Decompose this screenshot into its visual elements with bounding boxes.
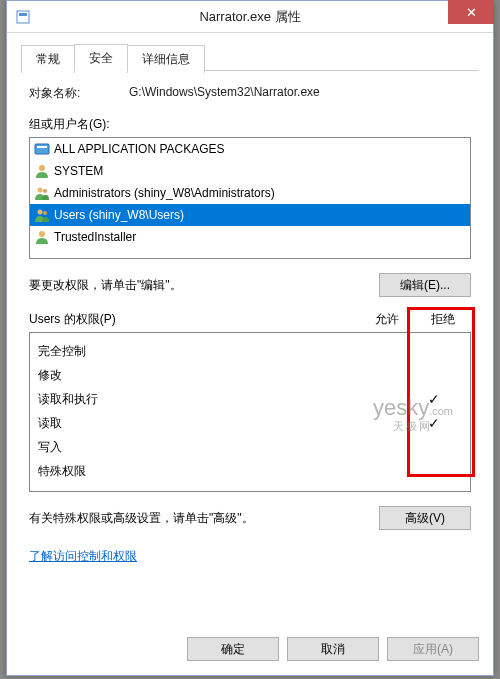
perm-row: 读取和执行 ✓ [38,387,462,411]
package-icon [34,141,50,157]
help-link[interactable]: 了解访问控制和权限 [29,548,137,565]
group-list[interactable]: ALL APPLICATION PACKAGES SYSTEM Administ… [29,137,471,259]
group-item-admins[interactable]: Administrators (shiny_W8\Administrators) [30,182,470,204]
svg-rect-1 [19,13,27,16]
user-icon [34,163,50,179]
tab-details[interactable]: 详细信息 [127,45,205,73]
svg-point-5 [38,188,43,193]
object-name-value: G:\Windows\System32\Narrator.exe [129,85,471,102]
permissions-list: 完全控制 修改 读取和执行 ✓ 读取 [29,332,471,492]
group-item-users[interactable]: Users (shiny_W8\Users) [30,204,470,226]
svg-rect-3 [37,146,47,148]
perm-deny: ✓ [406,415,462,431]
object-name-label: 对象名称: [29,85,129,102]
advanced-hint: 有关特殊权限或高级设置，请单击"高级"。 [29,510,379,527]
perm-name: 修改 [38,367,350,384]
perm-row: 特殊权限 [38,459,462,483]
permissions-header-allow: 允许 [359,311,415,328]
edit-button[interactable]: 编辑(E)... [379,273,471,297]
perm-deny: ✓ [406,391,462,407]
permissions-header-name: Users 的权限(P) [29,311,359,328]
perm-name: 写入 [38,439,350,456]
perm-name: 特殊权限 [38,463,350,480]
svg-point-8 [43,211,47,215]
close-button[interactable]: ✕ [448,0,494,24]
dialog-footer: 确定 取消 应用(A) [7,627,493,675]
group-item-label: ALL APPLICATION PACKAGES [54,142,225,156]
user-icon [34,229,50,245]
group-item-label: Users (shiny_W8\Users) [54,208,184,222]
content-area: 常规 安全 详细信息 对象名称: G:\Windows\System32\Nar… [7,33,493,565]
properties-dialog: Narrator.exe 属性 ✕ 常规 安全 详细信息 对象名称: G:\Wi… [6,0,494,676]
group-item-packages[interactable]: ALL APPLICATION PACKAGES [30,138,470,160]
cancel-button[interactable]: 取消 [287,637,379,661]
group-icon [34,207,50,223]
svg-rect-2 [35,144,49,154]
permissions-section: Users 的权限(P) 允许 拒绝 完全控制 修改 [29,311,471,492]
perm-row: 写入 [38,435,462,459]
perm-row: 完全控制 [38,339,462,363]
titlebar: Narrator.exe 属性 ✕ [7,1,493,33]
tab-general[interactable]: 常规 [21,45,75,73]
group-item-label: TrustedInstaller [54,230,136,244]
group-item-system[interactable]: SYSTEM [30,160,470,182]
tab-security[interactable]: 安全 [74,44,128,72]
groups-label: 组或用户名(G): [29,116,471,133]
svg-rect-0 [17,11,29,23]
group-item-label: SYSTEM [54,164,103,178]
svg-point-9 [39,231,45,237]
perm-row: 修改 [38,363,462,387]
permissions-header-deny: 拒绝 [415,311,471,328]
svg-point-7 [38,210,43,215]
ok-button[interactable]: 确定 [187,637,279,661]
advanced-button[interactable]: 高级(V) [379,506,471,530]
perm-row: 读取 ✓ [38,411,462,435]
window-title: Narrator.exe 属性 [7,8,493,26]
app-icon [15,9,31,25]
perm-name: 读取 [38,415,350,432]
group-item-label: Administrators (shiny_W8\Administrators) [54,186,275,200]
object-name-row: 对象名称: G:\Windows\System32\Narrator.exe [29,85,471,102]
group-item-trusted[interactable]: TrustedInstaller [30,226,470,248]
svg-point-6 [43,189,47,193]
security-panel: 对象名称: G:\Windows\System32\Narrator.exe 组… [21,71,479,565]
edit-hint: 要更改权限，请单击"编辑"。 [29,277,379,294]
perm-name: 完全控制 [38,343,350,360]
close-icon: ✕ [466,5,477,20]
edit-row: 要更改权限，请单击"编辑"。 编辑(E)... [29,273,471,297]
svg-point-4 [39,165,45,171]
tab-strip: 常规 安全 详细信息 [21,43,479,71]
advanced-row: 有关特殊权限或高级设置，请单击"高级"。 高级(V) [29,506,471,530]
group-icon [34,185,50,201]
permissions-header: Users 的权限(P) 允许 拒绝 [29,311,471,328]
apply-button[interactable]: 应用(A) [387,637,479,661]
perm-name: 读取和执行 [38,391,350,408]
